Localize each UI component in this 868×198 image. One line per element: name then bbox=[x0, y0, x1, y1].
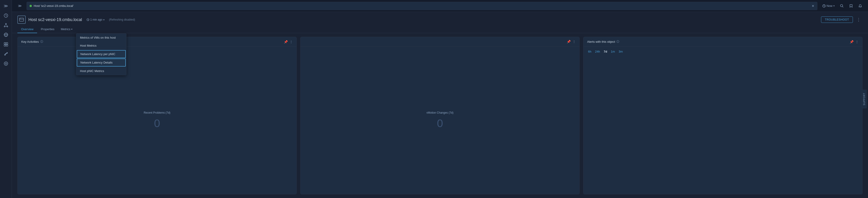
key-activities-more-button[interactable]: ⋮ bbox=[289, 40, 293, 44]
host-tab[interactable]: Host 'sc2-vesxi-19.cmbu.local' ✕ bbox=[27, 2, 817, 10]
bookmark-icon bbox=[849, 4, 852, 8]
content-area: Host sc2-vesxi-19.cmbu.local 1 min ago ▾… bbox=[12, 12, 868, 198]
time-chevron: ▾ bbox=[103, 18, 104, 21]
time-filter-6h[interactable]: 6h bbox=[587, 49, 592, 54]
svg-line-28 bbox=[88, 19, 89, 20]
globe-icon[interactable] bbox=[2, 31, 10, 39]
svg-point-21 bbox=[840, 4, 843, 7]
vmotion-more-button[interactable]: ⋮ bbox=[572, 40, 576, 43]
time-filters: 6h 24h 7d 1m 3m bbox=[584, 47, 862, 56]
recent-problems-label: Recent Problems (7d) bbox=[144, 111, 170, 114]
search-icon bbox=[840, 4, 844, 8]
key-activities-info-icon[interactable]: ⓘ bbox=[40, 40, 43, 44]
alerts-more-button[interactable]: ⋮ bbox=[856, 40, 859, 44]
dropdown-item-vms-label: Metrics of VMs on this host bbox=[80, 36, 116, 39]
nav-tabs: Overview Properties Metrics ▾ Metrics of… bbox=[12, 24, 868, 33]
now-button[interactable]: Now ▾ bbox=[820, 3, 837, 9]
time-filter-7d[interactable]: 7d bbox=[603, 49, 608, 54]
dropdown-item-vms[interactable]: Metrics of VMs on this host bbox=[76, 34, 126, 42]
bookmark-button[interactable] bbox=[847, 2, 855, 10]
dropdown-item-network-latency-pnic-label: Network Latency per pNIC bbox=[81, 52, 115, 56]
tab-overview-label: Overview bbox=[21, 28, 33, 31]
key-activities-title: Key Activities ⓘ bbox=[21, 40, 43, 44]
host-more-button[interactable]: ⋮ bbox=[855, 16, 863, 23]
alerts-card-body bbox=[584, 56, 862, 194]
svg-point-1 bbox=[5, 23, 6, 24]
alerts-title: Alerts with this object ⓘ bbox=[587, 40, 619, 44]
key-activities-card-actions: 📌 ⋮ bbox=[284, 40, 293, 44]
host-header: Host sc2-vesxi-19.cmbu.local 1 min ago ▾… bbox=[12, 12, 868, 24]
now-chevron: ▾ bbox=[833, 5, 835, 7]
svg-line-4 bbox=[5, 24, 6, 26]
host-icon bbox=[18, 15, 26, 24]
vmotion-zero: 0 bbox=[437, 117, 443, 130]
close-tab-button[interactable]: ✕ bbox=[812, 4, 814, 8]
notifications-button[interactable] bbox=[856, 2, 864, 10]
svg-point-2 bbox=[4, 26, 5, 27]
metrics-chevron: ▾ bbox=[71, 28, 72, 30]
key-activities-card: Key Activities ⓘ 📌 ⋮ Recent Problems (7d… bbox=[18, 37, 297, 194]
alerts-card: Alerts with this object ⓘ 📌 ⋮ 6h 24h 7d … bbox=[583, 37, 863, 194]
key-activities-pin-button[interactable]: 📌 bbox=[284, 40, 288, 44]
vmotion-card-header: 📌 ⋮ bbox=[301, 37, 579, 46]
sidebar: ≫ bbox=[0, 0, 12, 198]
alerts-card-actions: 📌 ⋮ bbox=[850, 40, 859, 44]
svg-point-25 bbox=[20, 18, 21, 19]
expand-icon[interactable]: ≫ bbox=[2, 2, 10, 10]
expand-panel-button[interactable]: ≫ bbox=[16, 2, 24, 10]
main-area: ≫ Host 'sc2-vesxi-19.cmbu.local' ✕ Now ▾ bbox=[12, 0, 868, 198]
tab-title: Host 'sc2-vesxi-19.cmbu.local' bbox=[34, 4, 73, 7]
svg-point-3 bbox=[7, 26, 8, 27]
metrics-dropdown-button[interactable]: Metrics ▾ bbox=[58, 26, 75, 33]
support-label: SUPPORT bbox=[863, 92, 866, 105]
now-label: Now bbox=[827, 4, 833, 7]
target-icon[interactable] bbox=[2, 60, 10, 68]
host-actions: TROUBLESHOOT ⋮ bbox=[821, 16, 863, 23]
dropdown-item-network-latency-details[interactable]: Network Latency Details bbox=[77, 58, 126, 67]
alerts-pin-button[interactable]: 📌 bbox=[850, 40, 854, 44]
cluster-icon[interactable] bbox=[2, 40, 10, 48]
host-time[interactable]: 1 min ago ▾ bbox=[87, 18, 104, 21]
svg-rect-13 bbox=[6, 45, 8, 46]
tools-icon[interactable] bbox=[2, 50, 10, 58]
time-filter-1m[interactable]: 1m bbox=[610, 49, 616, 54]
key-activities-zero: 0 bbox=[154, 117, 160, 130]
alerts-info-icon[interactable]: ⓘ bbox=[617, 40, 619, 44]
topbar: ≫ Host 'sc2-vesxi-19.cmbu.local' ✕ Now ▾ bbox=[12, 0, 868, 12]
clock-small-icon bbox=[87, 18, 89, 21]
vmotion-pin-button[interactable]: 📌 bbox=[567, 40, 571, 43]
tab-overview[interactable]: Overview bbox=[18, 26, 37, 33]
vmotion-card-body: vMotion Changes (7d) 0 bbox=[301, 46, 579, 194]
dropdown-item-host-metrics[interactable]: Host Metrics bbox=[76, 42, 126, 50]
time-filter-24h[interactable]: 24h bbox=[594, 49, 601, 54]
dropdown-item-host-metrics-label: Host Metrics bbox=[80, 44, 96, 47]
bell-icon bbox=[858, 4, 862, 8]
refresh-status: (Refreshing disabled) bbox=[109, 18, 135, 21]
network-icon[interactable] bbox=[2, 21, 10, 29]
vmotion-label: vMotion Changes (7d) bbox=[426, 111, 453, 114]
time-filter-3m[interactable]: 3m bbox=[618, 49, 624, 54]
status-dot bbox=[30, 5, 32, 7]
troubleshoot-button[interactable]: TROUBLESHOOT bbox=[821, 16, 853, 23]
svg-line-22 bbox=[843, 6, 843, 7]
dropdown-item-host-pnic-label: Host pNIC Metrics bbox=[80, 69, 104, 73]
alerts-card-header: Alerts with this object ⓘ 📌 ⋮ bbox=[584, 37, 862, 47]
svg-line-20 bbox=[824, 6, 825, 6]
tab-properties[interactable]: Properties bbox=[37, 26, 58, 33]
svg-line-5 bbox=[6, 24, 7, 26]
svg-rect-11 bbox=[6, 43, 8, 44]
key-activities-card-body: Recent Problems (7d) 0 bbox=[18, 47, 297, 194]
alerts-title-text: Alerts with this object bbox=[587, 40, 615, 43]
metrics-dropdown-menu: Metrics of VMs on this host Host Metrics… bbox=[76, 33, 126, 75]
metrics-label: Metrics bbox=[61, 28, 70, 31]
support-tab[interactable]: SUPPORT bbox=[862, 90, 867, 108]
tab-properties-label: Properties bbox=[41, 28, 54, 31]
dropdown-item-network-latency-pnic[interactable]: Network Latency per pNIC bbox=[77, 50, 126, 58]
time-ago-label: 1 min ago bbox=[90, 18, 102, 21]
vmotion-card-actions: 📌 ⋮ bbox=[567, 40, 576, 43]
svg-rect-12 bbox=[4, 45, 6, 46]
key-activities-card-header: Key Activities ⓘ 📌 ⋮ bbox=[18, 37, 297, 47]
dashboard-icon[interactable] bbox=[2, 11, 10, 19]
dropdown-item-host-pnic[interactable]: Host pNIC Metrics bbox=[76, 67, 126, 75]
search-button[interactable] bbox=[838, 2, 846, 10]
